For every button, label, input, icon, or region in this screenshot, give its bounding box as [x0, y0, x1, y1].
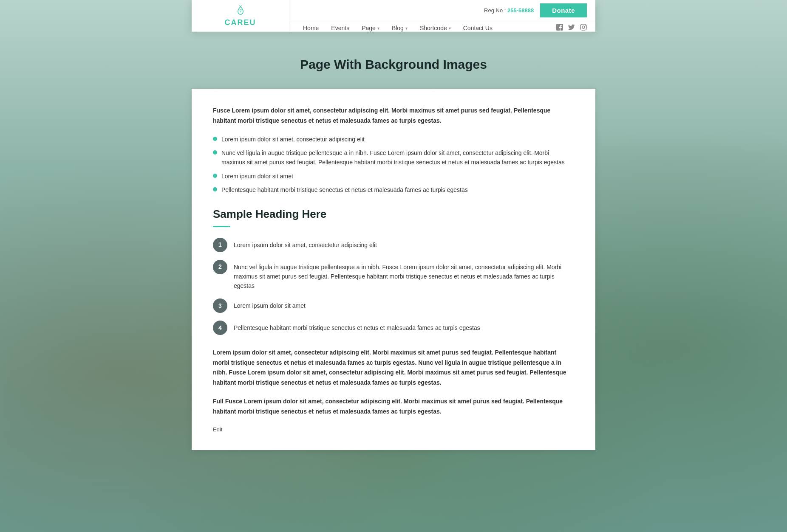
- reg-number: 255-58888: [507, 7, 534, 14]
- bullet-list: Lorem ipsum dolor sit amet, consectetur …: [213, 135, 574, 195]
- svg-rect-1: [580, 24, 586, 30]
- intro-text: Fusce Lorem ipsum dolor sit amet, consec…: [213, 106, 574, 126]
- logo-area: CAREU: [192, 0, 289, 31]
- list-item: 3 Lorem ipsum dolor sit amet: [213, 298, 574, 313]
- list-item: 4 Pellentesque habitant morbi tristique …: [213, 321, 574, 335]
- twitter-icon[interactable]: [568, 24, 575, 32]
- blog-dropdown-arrow: ▾: [405, 26, 408, 31]
- reg-label: Reg No : 255-58888: [484, 7, 534, 14]
- svg-point-3: [585, 25, 586, 26]
- svg-point-0: [239, 11, 241, 13]
- shortcode-dropdown-arrow: ▾: [449, 26, 451, 31]
- edit-link[interactable]: Edit: [213, 426, 222, 433]
- hero-section: Page With Background Images: [192, 32, 595, 89]
- page-dropdown-arrow: ▾: [377, 26, 379, 31]
- logo-icon: [234, 4, 247, 17]
- list-item: Lorem ipsum dolor sit amet, consectetur …: [213, 135, 574, 144]
- numbered-list: 1 Lorem ipsum dolor sit amet, consectetu…: [213, 238, 574, 335]
- body-text: Lorem ipsum dolor sit amet, consectetur …: [213, 348, 574, 388]
- header-top-bar: Reg No : 255-58888 Donate: [289, 0, 595, 21]
- page-title: Page With Background Images: [200, 57, 587, 72]
- svg-point-2: [582, 26, 585, 28]
- site-container: CAREU Reg No : 255-58888 Donate: [192, 0, 595, 32]
- bullet-dot: [213, 137, 217, 141]
- bullet-dot: [213, 174, 217, 178]
- facebook-icon[interactable]: [556, 24, 563, 32]
- bullet-dot: [213, 187, 217, 191]
- list-item: Nunc vel ligula in augue tristique pelle…: [213, 148, 574, 167]
- number-circle-2: 2: [213, 260, 227, 274]
- number-circle-1: 1: [213, 238, 227, 252]
- header-right: Reg No : 255-58888 Donate Home: [289, 0, 595, 31]
- sample-heading: Sample Heading Here: [213, 208, 574, 221]
- logo-text: CAREU: [224, 18, 256, 27]
- number-circle-3: 3: [213, 298, 227, 313]
- site-header: CAREU Reg No : 255-58888 Donate: [192, 0, 595, 32]
- donate-button[interactable]: Donate: [540, 3, 587, 17]
- heading-underline: [213, 226, 230, 227]
- bullet-dot: [213, 150, 217, 155]
- list-item: Pellentesque habitant morbi tristique se…: [213, 185, 574, 194]
- instagram-icon[interactable]: [580, 24, 587, 32]
- list-item: Lorem ipsum dolor sit amet: [213, 172, 574, 181]
- content-card: Fusce Lorem ipsum dolor sit amet, consec…: [192, 89, 595, 450]
- list-item: 2 Nunc vel ligula in augue tristique pel…: [213, 260, 574, 291]
- social-icons: [556, 24, 587, 32]
- full-text: Full Fusce Lorem ipsum dolor sit amet, c…: [213, 397, 574, 417]
- number-circle-4: 4: [213, 321, 227, 335]
- page-background: CAREU Reg No : 255-58888 Donate: [0, 0, 787, 532]
- list-item: 1 Lorem ipsum dolor sit amet, consectetu…: [213, 238, 574, 252]
